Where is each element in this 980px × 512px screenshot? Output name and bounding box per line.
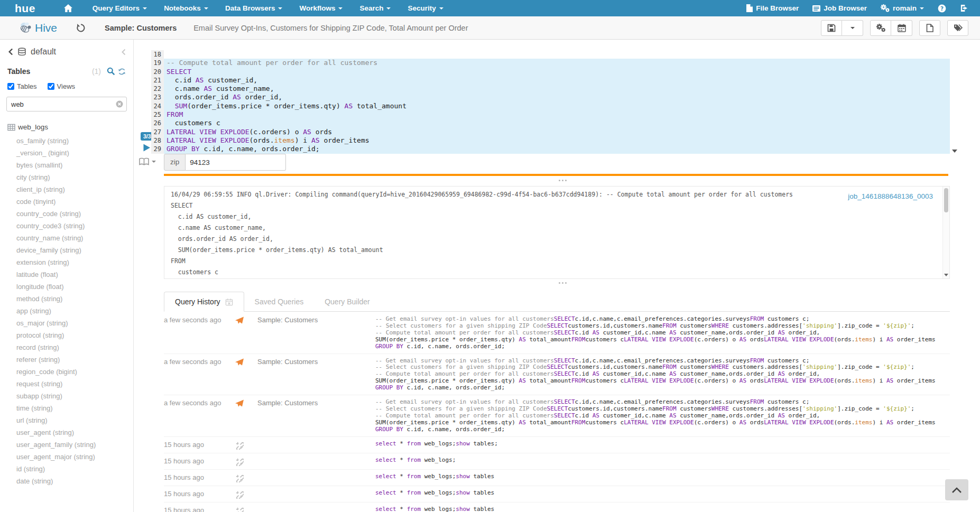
settings-button[interactable] xyxy=(870,20,891,36)
column-item[interactable]: user_agent (string) xyxy=(7,426,126,439)
collapse-sidebar-button[interactable] xyxy=(122,49,126,55)
filter-views-checkbox[interactable]: Views xyxy=(48,82,75,90)
save-options-button[interactable] xyxy=(842,20,863,36)
file-browser-button[interactable]: File Browser xyxy=(739,0,806,16)
editor-line[interactable]: 24 SUM(order_items.price * order_items.q… xyxy=(151,102,950,110)
column-item[interactable]: country_code3 (string) xyxy=(7,220,126,232)
menu-workflows[interactable]: Workflows xyxy=(291,0,351,16)
execute-button[interactable] xyxy=(142,143,151,152)
tables-checkbox-input[interactable] xyxy=(7,83,14,90)
column-item[interactable]: referer (string) xyxy=(7,353,126,366)
column-item[interactable]: protocol (string) xyxy=(7,329,126,341)
column-item[interactable]: os_family (string) xyxy=(7,135,126,147)
refresh-icon[interactable] xyxy=(118,68,126,76)
editor-line[interactable]: 28LATERAL VIEW EXPLODE(ords.items) i AS … xyxy=(151,136,950,145)
scroll-to-top-button[interactable] xyxy=(945,479,968,500)
column-item[interactable]: extension (string) xyxy=(7,256,126,268)
calendar-times-icon[interactable] xyxy=(225,298,233,306)
history-row[interactable]: a few seconds agoSample: Customers-- Get… xyxy=(164,354,950,396)
column-item[interactable]: client_ip (string) xyxy=(7,183,126,196)
hue-logo[interactable]: hue xyxy=(15,2,35,15)
editor-line[interactable]: 23 ords.order_id AS order_id, xyxy=(151,93,950,101)
editor-line[interactable]: 22 c.name AS customer_name, xyxy=(151,85,950,93)
tab-query-history[interactable]: Query History xyxy=(164,292,244,312)
editor-line[interactable]: 20SELECT xyxy=(151,68,950,76)
calendar-icon xyxy=(898,24,906,32)
recent-queries-button[interactable] xyxy=(76,23,86,32)
variables-button[interactable] xyxy=(138,157,156,166)
history-row[interactable]: 15 hours agoselect * from web_logs;show … xyxy=(164,502,950,512)
column-item[interactable]: os_major (string) xyxy=(7,317,126,329)
column-item[interactable]: user_agent_major (string) xyxy=(7,451,126,463)
tags-button[interactable] xyxy=(947,20,968,36)
column-item[interactable]: user_agent_family (string) xyxy=(7,439,126,451)
editor-line[interactable]: 26 customers c xyxy=(151,119,950,127)
editor-line[interactable]: 18 xyxy=(151,50,950,59)
menu-security[interactable]: Security xyxy=(399,0,451,16)
clear-filter-icon[interactable] xyxy=(116,100,123,108)
menu-data-browsers[interactable]: Data Browsers xyxy=(217,0,291,16)
sign-out-button[interactable] xyxy=(953,0,975,16)
home-button[interactable] xyxy=(57,4,80,12)
column-item[interactable]: app (string) xyxy=(7,305,126,317)
history-row[interactable]: a few seconds agoSample: Customers-- Get… xyxy=(164,312,950,354)
column-item[interactable]: region_code (bigint) xyxy=(7,366,126,378)
search-icon[interactable] xyxy=(107,67,115,76)
column-item[interactable]: code (tinyint) xyxy=(7,196,126,208)
history-row[interactable]: 15 hours agoselect * from web_logs;show … xyxy=(164,437,950,453)
history-row[interactable]: 15 hours agoselect * from web_logs;show … xyxy=(164,470,950,486)
column-item[interactable]: request (string) xyxy=(7,378,126,390)
log-line: 16/04/29 06:59:55 INFO ql.Driver: Compil… xyxy=(171,189,943,200)
help-button[interactable]: ? xyxy=(931,0,953,16)
log-scrollbar[interactable] xyxy=(942,187,949,278)
history-row[interactable]: 15 hours agoselect * from web_logs; xyxy=(164,453,950,470)
scrollbar-thumb[interactable] xyxy=(944,188,948,212)
column-item[interactable]: date (string) xyxy=(7,475,126,487)
column-item[interactable]: device_family (string) xyxy=(7,244,126,256)
zip-parameter-input[interactable] xyxy=(186,154,286,171)
menu-search[interactable]: Search xyxy=(351,0,399,16)
column-item[interactable]: longitude (float) xyxy=(7,281,126,293)
editor-line[interactable]: 27LATERAL VIEW EXPLODE(c.orders) o AS or… xyxy=(151,128,950,136)
sql-editor[interactable]: 1819-- Compute total amount per order fo… xyxy=(151,50,950,154)
column-item[interactable]: method (string) xyxy=(7,293,126,305)
editor-line[interactable]: 25FROM xyxy=(151,110,950,119)
back-button[interactable] xyxy=(7,48,13,56)
column-item[interactable]: latitude (float) xyxy=(7,268,126,281)
job-browser-button[interactable]: Job Browser xyxy=(806,0,874,16)
save-button[interactable] xyxy=(821,20,842,36)
resize-handle-top[interactable] xyxy=(557,178,569,182)
tab-query-builder[interactable]: Query Builder xyxy=(314,292,381,311)
history-row[interactable]: a few seconds agoSample: Customers-- Get… xyxy=(164,395,950,437)
column-item[interactable]: time (string) xyxy=(7,402,126,414)
app-name[interactable]: Hive xyxy=(35,22,57,34)
job-link[interactable]: job_1461888648136_0003 xyxy=(843,191,938,201)
editor-line[interactable]: 21 c.id AS customer_id, xyxy=(151,76,950,85)
views-checkbox-input[interactable] xyxy=(48,83,54,90)
history-row[interactable]: 15 hours agoselect * from web_logs;show … xyxy=(164,486,950,502)
schedule-button[interactable] xyxy=(891,20,912,36)
menu-notebooks[interactable]: Notebooks xyxy=(155,0,217,16)
database-name[interactable]: default xyxy=(31,47,56,57)
column-item[interactable]: _version_ (bigint) xyxy=(7,147,126,159)
resize-handle-bottom[interactable] xyxy=(557,281,569,285)
table-filter-input[interactable] xyxy=(6,97,127,111)
tab-saved-queries[interactable]: Saved Queries xyxy=(244,292,315,311)
editor-line[interactable]: 29GROUP BY c.id, c.name, ords.order_id; xyxy=(151,145,950,153)
column-item[interactable]: url (string) xyxy=(7,414,126,426)
column-item[interactable]: id (string) xyxy=(7,463,126,475)
scroll-down-arrow[interactable] xyxy=(944,274,948,276)
user-menu[interactable]: romain xyxy=(874,0,931,16)
new-query-button[interactable] xyxy=(919,20,940,36)
column-item[interactable]: city (string) xyxy=(7,171,126,183)
column-item[interactable]: country_code (string) xyxy=(7,208,126,220)
editor-scroll-down-arrow[interactable] xyxy=(952,150,957,153)
editor-line[interactable]: 19-- Compute total amount per order for … xyxy=(151,59,950,67)
menu-query-editors[interactable]: Query Editors xyxy=(84,0,155,16)
filter-tables-checkbox[interactable]: Tables xyxy=(7,82,37,90)
column-item[interactable]: record (string) xyxy=(7,341,126,353)
column-item[interactable]: subapp (string) xyxy=(7,390,126,402)
column-item[interactable]: bytes (smallint) xyxy=(7,159,126,171)
column-item[interactable]: country_name (string) xyxy=(7,232,126,244)
table-item-web-logs[interactable]: web_logs xyxy=(7,123,126,131)
